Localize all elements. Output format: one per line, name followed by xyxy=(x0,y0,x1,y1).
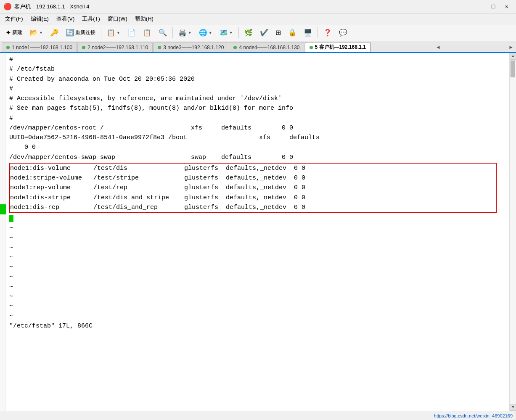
term-line-7: # xyxy=(9,114,507,123)
tab-2-label: 2 node2——192.168.1.110 xyxy=(87,45,148,50)
window-controls: — □ ✕ xyxy=(474,2,513,11)
term-hl-3: node1:rep-volume /test/rep glusterfs def… xyxy=(10,183,496,193)
tb-monitor[interactable]: 🖥️ xyxy=(301,26,315,39)
new-button[interactable]: ✦ 新建 xyxy=(3,26,25,39)
tb-compose[interactable]: 📋 ▼ xyxy=(104,26,123,39)
term-tilde-4: ~ xyxy=(9,253,507,262)
term-tilde-7: ~ xyxy=(9,282,507,292)
tb-copy[interactable]: 📄 xyxy=(124,26,139,39)
titlebar: 🔴 客户机—192.168.1.1 - Xshell 4 — □ ✕ xyxy=(0,0,516,13)
term-tilde-2: ~ xyxy=(9,233,507,243)
grid-icon: ⊞ xyxy=(275,29,281,37)
tb-globe[interactable]: 🗺️ ▼ xyxy=(217,26,236,39)
term-status: "/etc/fstab" 17L, 866C xyxy=(9,321,507,331)
open-button[interactable]: 📂 ▼ xyxy=(26,26,46,39)
term-tilde-6: ~ xyxy=(9,272,507,282)
tab-3[interactable]: 3 node3——192.168.1.120 xyxy=(153,42,228,52)
toolbar-sep4 xyxy=(318,27,318,38)
toolbar-sep1 xyxy=(101,27,101,38)
key-icon: 🔑 xyxy=(50,29,58,37)
term-line-4: # xyxy=(9,84,507,94)
minimize-button[interactable]: — xyxy=(474,2,486,11)
term-hl-1: node1:dis-volume /test/dis glusterfs def… xyxy=(10,164,496,173)
tab-2[interactable]: 2 node2——192.168.1.110 xyxy=(77,42,153,52)
terminal-wrapper: # # /etc/fstab # Created by anaconda on … xyxy=(0,53,516,411)
term-hl-2: node1:stripe-volume /test/stripe gluster… xyxy=(10,173,496,183)
lock-icon: 🔒 xyxy=(288,29,296,37)
tab-5-label: 5 客户机—192.168.1.1 xyxy=(315,44,366,51)
print-icon: 🖨️ xyxy=(178,29,187,37)
tb-search[interactable]: 🔍 xyxy=(156,26,170,39)
term-line-1: # xyxy=(9,55,507,64)
copy-icon: 📄 xyxy=(127,29,136,37)
tab-4[interactable]: 4 node4——168.168.1.130 xyxy=(229,42,304,52)
term-tilde-3: ~ xyxy=(9,243,507,253)
term-line-11: /dev/mapper/centos-swap swap swap defaul… xyxy=(9,153,507,162)
toolbar: ✦ 新建 📂 ▼ 🔑 🔄 重新连接 📋 ▼ 📄 📋 🔍 🖨️ ▼ 🌐 ▼ 🗺️ … xyxy=(0,24,516,41)
scroll-down-button[interactable]: ▼ xyxy=(510,404,516,411)
terminal-content[interactable]: # # /etc/fstab # Created by anaconda on … xyxy=(6,53,509,411)
scroll-track[interactable] xyxy=(510,60,516,404)
tab-1[interactable]: 1 node1——192.168.1.100 xyxy=(2,42,77,52)
statusbar-right: https://blog.csdn.net/weixin_46902169 xyxy=(434,413,513,418)
tb-net[interactable]: 🌐 ▼ xyxy=(196,26,215,39)
tab-1-dot xyxy=(6,46,10,49)
tb-script[interactable]: 🌿 xyxy=(241,26,256,39)
tb-paste[interactable]: 📋 xyxy=(140,26,154,39)
scroll-up-button[interactable]: ▲ xyxy=(510,53,516,60)
tab-scroll-left[interactable]: ◀ xyxy=(434,42,442,52)
menu-tools[interactable]: 工具(T) xyxy=(79,14,103,24)
compose-arrow: ▼ xyxy=(116,31,120,35)
maximize-button[interactable]: □ xyxy=(487,2,499,11)
toolbar-sep2 xyxy=(172,27,173,38)
tb-grid[interactable]: ⊞ xyxy=(273,26,284,39)
tab-2-dot xyxy=(82,46,85,49)
tab-4-dot xyxy=(233,46,237,49)
menu-file[interactable]: 文件(F) xyxy=(2,14,26,24)
globe-icon: 🗺️ xyxy=(220,29,228,37)
term-line-6: # See man pages fstab(5), findfs(8), mou… xyxy=(9,103,507,113)
chat-icon: 💬 xyxy=(339,29,347,37)
tb-chat[interactable]: 💬 xyxy=(336,26,350,39)
key-button[interactable]: 🔑 xyxy=(47,26,61,39)
term-line-10: 0 0 xyxy=(9,143,507,152)
open-arrow: ▼ xyxy=(39,31,43,35)
tab-5[interactable]: 5 客户机—192.168.1.1 xyxy=(305,42,370,52)
tabbar: 1 node1——192.168.1.100 2 node2——192.168.… xyxy=(0,41,516,53)
net-icon: 🌐 xyxy=(199,29,207,37)
tb-lock[interactable]: 🔒 xyxy=(285,26,299,39)
term-tilde-8: ~ xyxy=(9,292,507,301)
open-icon: 📂 xyxy=(29,29,38,37)
new-icon: ✦ xyxy=(5,29,11,37)
tb-help[interactable]: ❓ xyxy=(320,26,335,39)
term-hl-5: node1:dis-rep /test/dis_and_rep glusterf… xyxy=(10,203,496,212)
term-tilde-9: ~ xyxy=(9,301,507,311)
app-icon: 🔴 xyxy=(3,3,12,11)
tab-4-label: 4 node4——168.168.1.130 xyxy=(239,45,299,50)
tab-3-label: 3 node3——192.168.1.120 xyxy=(163,45,224,50)
tab-5-dot xyxy=(310,46,313,49)
reconnect-icon: 🔄 xyxy=(66,29,74,37)
toolbar-sep3 xyxy=(238,27,239,38)
tb-print[interactable]: 🖨️ ▼ xyxy=(175,26,195,39)
menu-edit[interactable]: 编辑(E) xyxy=(27,14,52,24)
help-icon: ❓ xyxy=(323,29,332,37)
tab-1-label: 1 node1——192.168.1.100 xyxy=(12,45,72,50)
net-arrow: ▼ xyxy=(209,31,212,35)
monitor-icon: 🖥️ xyxy=(304,29,312,37)
check-icon: ✔️ xyxy=(260,29,268,37)
menu-view[interactable]: 查看(V) xyxy=(53,14,78,24)
globe-arrow: ▼ xyxy=(229,31,233,35)
term-line-9: UUID=0dae7562-5216-4968-8541-0aee9972f8e… xyxy=(9,133,507,143)
tab-scroll-right[interactable]: ▶ xyxy=(507,42,515,52)
close-button[interactable]: ✕ xyxy=(501,2,513,11)
term-line-8: /dev/mapper/centos-root / xfs defaults 0… xyxy=(9,123,507,133)
scrollbar[interactable]: ▲ ▼ xyxy=(509,53,516,411)
menu-help[interactable]: 帮助(H) xyxy=(132,14,157,24)
reconnect-button[interactable]: 🔄 重新连接 xyxy=(63,26,98,39)
reconnect-label: 重新连接 xyxy=(75,29,95,36)
tb-check[interactable]: ✔️ xyxy=(257,26,271,39)
scroll-thumb[interactable] xyxy=(511,61,515,77)
menu-window[interactable]: 窗口(W) xyxy=(104,14,131,24)
term-tilde-10: ~ xyxy=(9,312,507,321)
